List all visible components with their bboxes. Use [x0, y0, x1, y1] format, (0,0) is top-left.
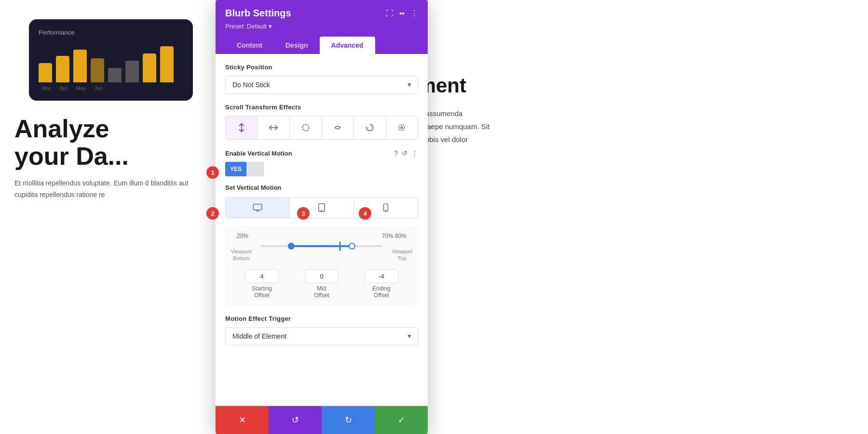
bg-headline: Analyzeyour Da...: [14, 115, 207, 170]
svg-point-11: [385, 210, 386, 210]
svg-rect-5: [253, 204, 262, 210]
background-content: Performance Mar Apr May Jun Analyzeyour …: [0, 0, 868, 434]
redo-button[interactable]: ↻: [322, 406, 375, 434]
sticky-position-label: Sticky Position: [225, 64, 418, 71]
svg-point-4: [399, 125, 405, 131]
scroll-effects-icons: [225, 116, 418, 140]
more-icon[interactable]: ⋮: [410, 9, 418, 18]
motion-fade-icon[interactable]: [290, 116, 322, 139]
panel-preset[interactable]: Preset: Default ▾: [225, 23, 418, 30]
slider-pct-left: 20%: [237, 233, 248, 239]
redo-icon: ↻: [345, 415, 352, 425]
save-button[interactable]: ✓: [375, 406, 428, 434]
badge-1: 1: [206, 166, 219, 179]
panel-title: Blurb Settings: [225, 8, 291, 19]
panel-header-icons: ⛶ ▪▪ ⋮: [386, 9, 418, 18]
month-apr: Apr: [57, 85, 70, 91]
cancel-button[interactable]: ✕: [216, 406, 269, 434]
panel-body: Sticky Position Do Not Stick Stick to To…: [216, 54, 428, 406]
toggle-icons: ? ↺ ⋮: [394, 149, 418, 157]
sticky-position-select[interactable]: Do Not Stick Stick to Top Stick to Botto…: [225, 76, 418, 94]
panel-tabs: Content Design Advanced: [225, 37, 418, 54]
chart-title: Performance: [39, 29, 183, 36]
svg-point-9: [321, 210, 322, 211]
set-vertical-motion-label: Set Vertical Motion: [225, 184, 418, 191]
viewport-top-label: ViewportTop: [392, 248, 412, 262]
slider-track-container: ViewportBottom ViewportTop: [232, 245, 411, 264]
offset-inputs: 4 StartingOffset 0 MidOffset -4 EndingOf…: [232, 269, 411, 299]
tab-advanced[interactable]: Advanced: [320, 37, 375, 54]
panel-header-top: Blurb Settings ⛶ ▪▪ ⋮: [225, 8, 418, 19]
motion-trigger-label: Motion Effect Trigger: [225, 315, 418, 322]
bg-left-panel: Performance Mar Apr May Jun Analyzeyour …: [0, 0, 222, 434]
performance-chart-card: Performance Mar Apr May Jun: [29, 19, 193, 101]
slider-pct-right: 70% 80%: [382, 233, 407, 239]
tab-design[interactable]: Design: [274, 37, 320, 54]
badge-4: 4: [359, 207, 371, 220]
svg-point-3: [401, 127, 403, 128]
panel-header: Blurb Settings ⛶ ▪▪ ⋮ Preset: Default ▾ …: [216, 0, 428, 54]
slider-track: [261, 245, 382, 247]
help-icon[interactable]: ?: [394, 149, 398, 157]
undo-button[interactable]: ↺: [269, 406, 322, 434]
motion-rotate-icon[interactable]: [354, 116, 386, 139]
svg-point-2: [302, 124, 309, 131]
motion-horizontal-icon[interactable]: [258, 116, 290, 139]
toggle-no-area: [246, 162, 264, 176]
sticky-position-select-wrapper: Do Not Stick Stick to Top Stick to Botto…: [225, 76, 418, 94]
ending-offset-group: -4 EndingOffset: [365, 269, 398, 299]
reset-icon[interactable]: ↺: [402, 149, 407, 157]
mid-offset-input[interactable]: 0: [305, 269, 339, 283]
mid-offset-label: MidOffset: [314, 285, 329, 299]
slider-labels-top: 20% 70% 80%: [232, 233, 411, 239]
expand-icon[interactable]: ⛶: [386, 9, 393, 18]
starting-offset-input[interactable]: 4: [245, 269, 279, 283]
slider-indicator-mid: [339, 241, 340, 251]
vertical-motion-label: Enable Vertical Motion: [225, 150, 390, 157]
starting-offset-label: StartingOffset: [252, 285, 271, 299]
starting-offset-group: 4 StartingOffset: [245, 269, 279, 299]
slider-section: 20% 70% 80% ViewportBottom ViewportTop: [225, 226, 418, 305]
mid-offset-group: 0 MidOffset: [305, 269, 339, 299]
split-icon[interactable]: ▪▪: [399, 9, 405, 18]
panel-footer: ✕ ↺ ↻ ✓: [216, 406, 428, 434]
device-tab-desktop[interactable]: [226, 197, 290, 218]
badge-3: 3: [297, 207, 310, 220]
month-may: May: [74, 85, 88, 91]
cancel-icon: ✕: [239, 415, 246, 425]
motion-vertical-icon[interactable]: [226, 116, 258, 139]
viewport-bottom-label: ViewportBottom: [231, 248, 252, 262]
motion-trigger-select-wrapper: Middle of Element Top of Element Bottom …: [225, 327, 418, 345]
month-jun: Jun: [92, 85, 105, 91]
scroll-effects-label: Scroll Transform Effects: [225, 104, 418, 111]
bg-body-text: Et mollitia repellendus voluptate. Eum i…: [14, 178, 207, 201]
chart-months: Mar Apr May Jun: [39, 85, 183, 91]
blurb-settings-panel: Blurb Settings ⛶ ▪▪ ⋮ Preset: Default ▾ …: [216, 0, 428, 434]
chart-bars: [39, 44, 183, 82]
slider-fill: [291, 245, 352, 247]
motion-trigger-select[interactable]: Middle of Element Top of Element Bottom …: [225, 327, 418, 345]
badge-2: 2: [206, 207, 219, 220]
save-icon: ✓: [398, 415, 405, 425]
more-options-icon[interactable]: ⋮: [411, 149, 418, 157]
ending-offset-label: EndingOffset: [372, 285, 390, 299]
slider-thumb-left[interactable]: [288, 243, 295, 250]
device-tabs: [225, 197, 418, 218]
slider-thumb-right[interactable]: [349, 243, 355, 250]
toggle-yes-label: YES: [225, 162, 246, 176]
motion-blur-icon[interactable]: [322, 116, 354, 139]
month-mar: Mar: [40, 85, 53, 91]
undo-icon: ↺: [292, 415, 299, 425]
vertical-motion-toggle[interactable]: YES: [225, 162, 264, 176]
ending-offset-input[interactable]: -4: [365, 269, 398, 283]
toggle-row: Enable Vertical Motion ? ↺ ⋮: [225, 149, 418, 157]
tab-content[interactable]: Content: [225, 37, 274, 54]
motion-scale-icon[interactable]: [386, 116, 418, 139]
